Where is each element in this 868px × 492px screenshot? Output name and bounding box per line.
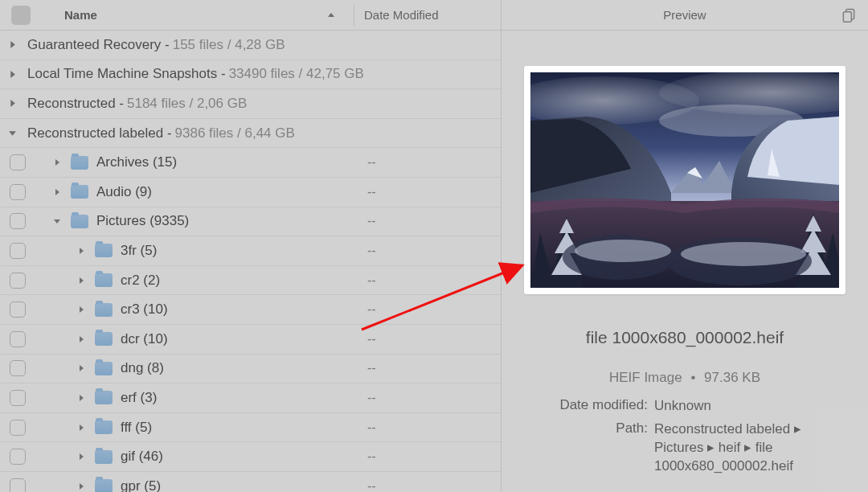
- folder-row[interactable]: fff (5)--: [0, 413, 501, 443]
- disclosure-icon[interactable]: [77, 364, 88, 372]
- folder-row[interactable]: Archives (15)--: [0, 148, 501, 178]
- folder-row[interactable]: Audio (9)--: [0, 178, 501, 207]
- folder-row[interactable]: cr3 (10)--: [0, 295, 501, 325]
- list-header: Name Date Modified: [0, 0, 501, 31]
- select-all-checkbox[interactable]: [11, 6, 31, 25]
- row-checkbox[interactable]: [10, 301, 26, 318]
- preview-kind-size: HEIF Image • 97.36 KB: [609, 370, 760, 386]
- disclosure-icon[interactable]: [8, 70, 23, 79]
- preview-body: file 1000x680_000002.heif HEIF Image • 9…: [502, 31, 868, 492]
- folder-icon: [71, 185, 88, 199]
- row-date: --: [364, 273, 501, 288]
- folder-row[interactable]: cr2 (2)--: [0, 266, 501, 296]
- folder-icon: [95, 420, 113, 434]
- row-date: --: [364, 420, 501, 435]
- row-date: --: [364, 391, 501, 405]
- row-date: --: [364, 244, 501, 258]
- disclosure-icon[interactable]: [77, 277, 88, 285]
- group-name: Reconstructed -: [27, 96, 124, 112]
- sort-indicator-icon[interactable]: [326, 10, 336, 20]
- preview-thumbnail-frame[interactable]: [524, 66, 845, 294]
- disclosure-icon[interactable]: [53, 158, 64, 166]
- row-checkbox[interactable]: [10, 273, 26, 289]
- row-date: --: [364, 479, 501, 492]
- preview-header: Preview: [502, 0, 868, 31]
- folder-icon: [71, 215, 88, 228]
- disclosure-icon[interactable]: [77, 247, 88, 255]
- folder-row[interactable]: gpr (5)--: [0, 472, 501, 492]
- disclosure-icon[interactable]: [77, 335, 88, 343]
- svg-rect-1: [843, 11, 851, 22]
- disclosure-icon[interactable]: [8, 99, 23, 108]
- folder-name: Archives (15): [96, 154, 177, 170]
- folder-row[interactable]: gif (46)--: [0, 442, 501, 472]
- folder-name: dcr (10): [121, 331, 168, 347]
- svg-point-10: [681, 242, 806, 266]
- row-checkbox[interactable]: [10, 184, 26, 200]
- preview-title: Preview: [663, 8, 706, 22]
- folder-name: fff (5): [121, 420, 152, 436]
- preview-size: 97.36 KB: [704, 370, 760, 385]
- preview-filename: file 1000x680_000002.heif: [586, 328, 784, 347]
- folder-name: cr2 (2): [121, 273, 160, 289]
- copy-icon[interactable]: [841, 7, 857, 23]
- row-checkbox[interactable]: [10, 213, 26, 229]
- folder-name: gpr (5): [121, 478, 161, 492]
- folder-icon: [95, 450, 113, 464]
- folder-row[interactable]: dng (8)--: [0, 355, 501, 384]
- row-date: --: [364, 302, 501, 317]
- svg-point-9: [575, 240, 671, 262]
- row-date: --: [364, 449, 501, 464]
- row-checkbox[interactable]: [10, 154, 26, 170]
- folder-name: gif (46): [121, 449, 163, 465]
- row-date: --: [364, 155, 501, 170]
- folder-row[interactable]: erf (3)--: [0, 383, 501, 413]
- disclosure-icon[interactable]: [77, 482, 88, 490]
- group-name: Local Time Machine Snapshots -: [27, 66, 226, 82]
- preview-date-row: Date modified: Unknown: [524, 397, 845, 416]
- disclosure-icon[interactable]: [8, 129, 23, 137]
- disclosure-icon[interactable]: [77, 305, 88, 314]
- folder-icon: [95, 479, 113, 492]
- folder-name: erf (3): [121, 390, 157, 406]
- preview-path-label: Path:: [524, 420, 648, 437]
- folder-icon: [95, 303, 113, 317]
- disclosure-icon[interactable]: [77, 453, 88, 461]
- row-checkbox[interactable]: [10, 420, 26, 436]
- row-checkbox[interactable]: [10, 478, 26, 492]
- folder-row[interactable]: Pictures (9335)--: [0, 207, 501, 237]
- column-divider[interactable]: [354, 5, 354, 26]
- group-name: Reconstructed labeled -: [27, 125, 172, 141]
- disclosure-icon[interactable]: [8, 40, 23, 49]
- folder-row[interactable]: dcr (10)--: [0, 325, 501, 355]
- disclosure-icon[interactable]: [77, 424, 88, 432]
- folder-icon: [71, 156, 88, 170]
- disclosure-icon[interactable]: [53, 217, 64, 225]
- file-list-pane: Name Date Modified Guaranteed Recovery -…: [0, 0, 502, 492]
- folder-icon: [95, 244, 113, 257]
- folder-name: 3fr (5): [121, 243, 157, 259]
- group-row[interactable]: Local Time Machine Snapshots - 33490 fil…: [0, 60, 501, 90]
- preview-path-value: Reconstructed labeled ▸ Pictures ▸ heif …: [654, 420, 845, 476]
- group-row[interactable]: Reconstructed - 5184 files / 2,06 GB: [0, 89, 501, 119]
- preview-kind: HEIF Image: [609, 370, 682, 385]
- disclosure-icon[interactable]: [53, 188, 64, 196]
- preview-date-label: Date modified:: [524, 397, 648, 413]
- row-checkbox[interactable]: [10, 360, 26, 376]
- folder-name: dng (8): [121, 360, 164, 376]
- folder-icon: [95, 391, 113, 404]
- row-checkbox[interactable]: [10, 449, 26, 465]
- file-list[interactable]: Guaranteed Recovery - 155 files / 4,28 G…: [0, 31, 501, 492]
- folder-name: Pictures (9335): [96, 213, 189, 229]
- column-date-header[interactable]: Date Modified: [364, 8, 501, 22]
- group-row[interactable]: Reconstructed labeled - 9386 files / 6,4…: [0, 119, 501, 149]
- row-date: --: [364, 214, 501, 228]
- row-checkbox[interactable]: [10, 243, 26, 259]
- preview-pane: Preview: [502, 0, 868, 492]
- group-row[interactable]: Guaranteed Recovery - 155 files / 4,28 G…: [0, 31, 501, 60]
- folder-row[interactable]: 3fr (5)--: [0, 236, 501, 266]
- column-name-header[interactable]: Name: [64, 8, 326, 22]
- row-checkbox[interactable]: [10, 331, 26, 347]
- row-checkbox[interactable]: [10, 390, 26, 406]
- disclosure-icon[interactable]: [77, 394, 88, 402]
